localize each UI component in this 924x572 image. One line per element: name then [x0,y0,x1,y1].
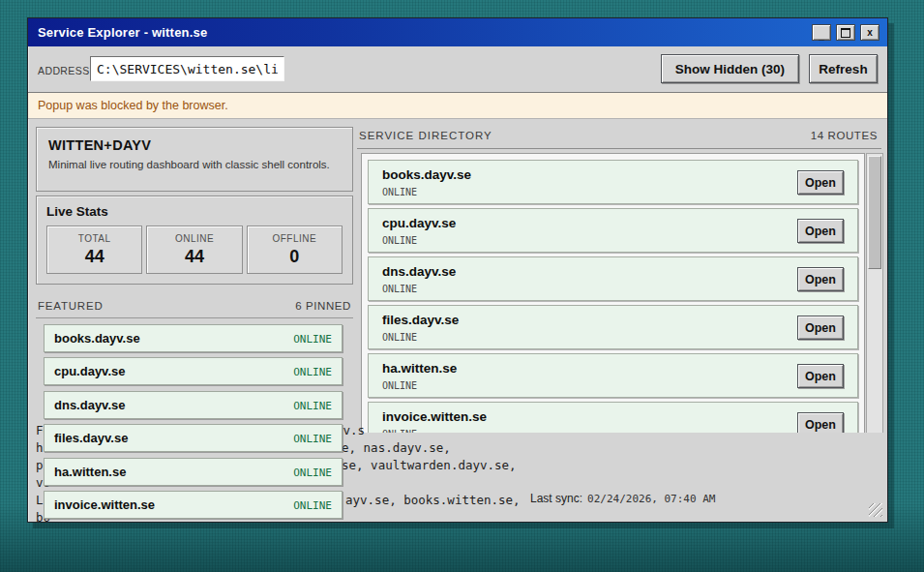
open-button[interactable]: Open [797,170,844,195]
footer-text-fragment: se, vaultwarden.dayv.se, [342,458,517,472]
status-badge: ONLINE [382,187,417,197]
status-badge: ONLINE [382,380,417,391]
directory-scrollbar[interactable] [866,153,883,443]
close-icon: x [867,28,873,38]
maximize-icon [841,28,850,38]
open-button[interactable]: Open [797,316,844,340]
featured-header: FEATURED 6 PINNED [36,297,353,318]
status-badge: ONLINE [293,467,332,479]
stat-total: TOTAL 44 [46,226,142,274]
directory-row[interactable]: cpu.dayv.se ONLINE Open [368,208,858,253]
status-badge: ONLINE [293,400,332,412]
address-label: ADDRESS [38,65,90,76]
minimize-icon: _ [819,31,824,41]
service-explorer-window: Service Explorer - witten.se _ x ADDRESS… [27,17,888,523]
title-bar[interactable]: Service Explorer - witten.se _ x [28,18,887,46]
status-badge: ONLINE [382,284,417,294]
featured-pinned-badge: 6 PINNED [295,300,351,312]
status-badge: ONLINE [293,433,332,445]
scrollbar-thumb[interactable] [868,156,881,269]
footer-text-fragment: e, nas.dayv.se, [342,440,451,455]
directory-header: SERVICE DIRECTORY 14 ROUTES [357,128,878,149]
app-subtitle: Minimal live routing dashboard with clas… [48,159,341,170]
stat-offline: OFFLINE 0 [247,226,343,274]
maximize-button[interactable] [836,24,855,41]
directory-row[interactable]: dns.dayv.se ONLINE Open [368,256,858,301]
featured-item[interactable]: ha.witten.se ONLINE [44,458,343,486]
refresh-button[interactable]: Refresh [809,54,878,83]
show-hidden-button[interactable]: Show Hidden (30) [661,54,799,83]
stat-total-value: 44 [47,247,141,267]
featured-item[interactable]: files.dayv.se ONLINE [44,424,343,452]
directory-row[interactable]: ha.witten.se ONLINE Open [368,353,858,398]
directory-routes-badge: 14 ROUTES [811,130,878,141]
status-badge: ONLINE [293,499,332,512]
featured-item[interactable]: dns.dayv.se ONLINE [44,391,343,419]
popup-blocked-banner: Popup was blocked by the browser. [28,92,887,119]
featured-item[interactable]: invoice.witten.se ONLINE [44,491,343,519]
app-title: WITTEN+DAYV [48,137,341,153]
featured-item[interactable]: cpu.dayv.se ONLINE [44,357,343,385]
window-title: Service Explorer - witten.se [38,25,207,40]
featured-title: FEATURED [38,300,104,312]
directory-row[interactable]: files.dayv.se ONLINE Open [368,305,858,349]
last-sync-value: 02/24/2026, 07:40 AM [587,493,715,505]
live-stats-box: Live Stats TOTAL 44 ONLINE 44 OFFLINE 0 [36,196,353,285]
stat-online-value: 44 [147,247,241,267]
directory-row[interactable]: books.dayv.se ONLINE Open [368,160,858,204]
featured-item[interactable]: books.dayv.se ONLINE [44,324,343,352]
stats-row: TOTAL 44 ONLINE 44 OFFLINE 0 [46,226,343,274]
resize-grip[interactable] [869,503,882,517]
status-badge: ONLINE [293,333,332,346]
status-badge: ONLINE [382,235,417,246]
address-toolbar: ADDRESS Show Hidden (30) Refresh [28,46,887,91]
open-button[interactable]: Open [797,364,844,388]
banner-text: Popup was blocked by the browser. [38,99,228,112]
live-stats-title: Live Stats [46,204,343,219]
directory-title: SERVICE DIRECTORY [359,130,492,141]
app-header-box: WITTEN+DAYV Minimal live routing dashboa… [36,127,353,192]
footer-text-fragment: ayv.se, books.witten.se, [345,493,521,507]
directory-separator [357,148,881,149]
last-sync: Last sync:02/24/2026, 07:40 AM [530,492,715,505]
stat-offline-value: 0 [248,247,342,267]
minimize-button[interactable]: _ [812,24,831,41]
last-sync-label: Last sync: [530,492,582,505]
address-input[interactable] [90,56,284,81]
status-badge: ONLINE [382,332,417,343]
open-button[interactable]: Open [797,267,844,291]
close-button[interactable]: x [860,24,879,41]
open-button[interactable]: Open [797,219,844,243]
window-controls: _ x [812,24,879,41]
stat-online: ONLINE 44 [146,226,242,274]
status-badge: ONLINE [293,366,332,378]
